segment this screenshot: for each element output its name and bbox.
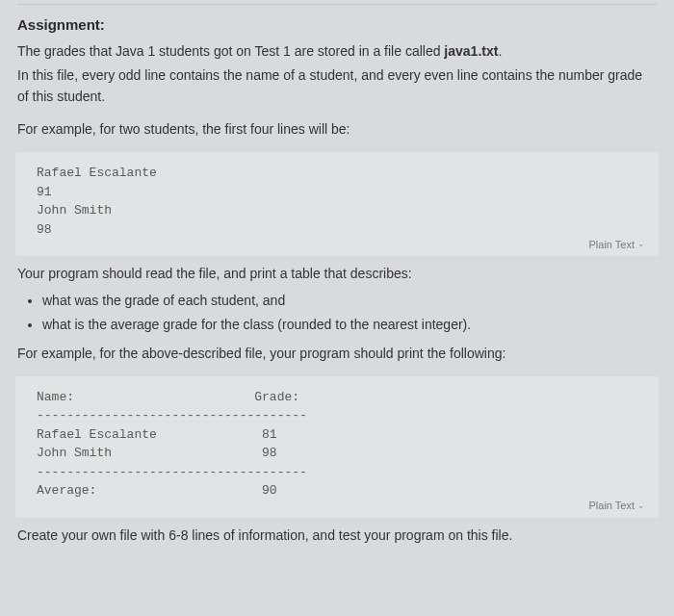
- code2-line5: ------------------------------------: [37, 463, 637, 482]
- intro-text-1a: The grades that Java 1 students got on T…: [17, 43, 444, 59]
- footer-instruction: Create your own file with 6-8 lines of i…: [17, 526, 657, 547]
- code1-line1: Rafael Escalante: [37, 164, 637, 183]
- code1-line2: 91: [37, 183, 637, 202]
- code2-line6: Average: 90: [37, 481, 637, 500]
- assignment-heading: Assignment:: [17, 13, 657, 36]
- bullet-2: what is the average grade for the class …: [42, 315, 657, 336]
- code-block-2: Name: Grade: ---------------------------…: [15, 376, 659, 518]
- program-lead2: For example, for the above-described fil…: [17, 344, 657, 365]
- code-block-1: Rafael Escalante 91 John Smith 98 Plain …: [15, 152, 659, 256]
- language-selector-1[interactable]: Plain Text ⌄: [589, 237, 646, 253]
- code2-line1: Name: Grade:: [37, 388, 637, 407]
- intro-line-3: For example, for two students, the first…: [17, 119, 657, 141]
- filename-bold: java1.txt: [444, 43, 498, 59]
- chevron-down-icon: ⌄: [637, 500, 645, 513]
- language-label-1: Plain Text: [589, 237, 635, 253]
- intro-line-2: In this file, every odd line contains th…: [17, 65, 657, 107]
- language-label-2: Plain Text: [589, 498, 635, 514]
- intro-line-1: The grades that Java 1 students got on T…: [17, 41, 657, 63]
- intro-text-1c: .: [498, 43, 502, 59]
- language-selector-2[interactable]: Plain Text ⌄: [589, 498, 646, 514]
- bullet-1: what was the grade of each student, and: [42, 291, 657, 312]
- requirements-list: what was the grade of each student, and …: [42, 291, 657, 336]
- code1-line4: 98: [37, 220, 637, 240]
- chevron-down-icon: ⌄: [637, 238, 645, 251]
- code1-line3: John Smith: [37, 201, 637, 220]
- code2-line3: Rafael Escalante 81: [37, 425, 637, 445]
- program-lead: Your program should read the file, and p…: [17, 264, 657, 285]
- code2-line2: ------------------------------------: [37, 406, 637, 425]
- code2-line4: John Smith 98: [37, 444, 637, 463]
